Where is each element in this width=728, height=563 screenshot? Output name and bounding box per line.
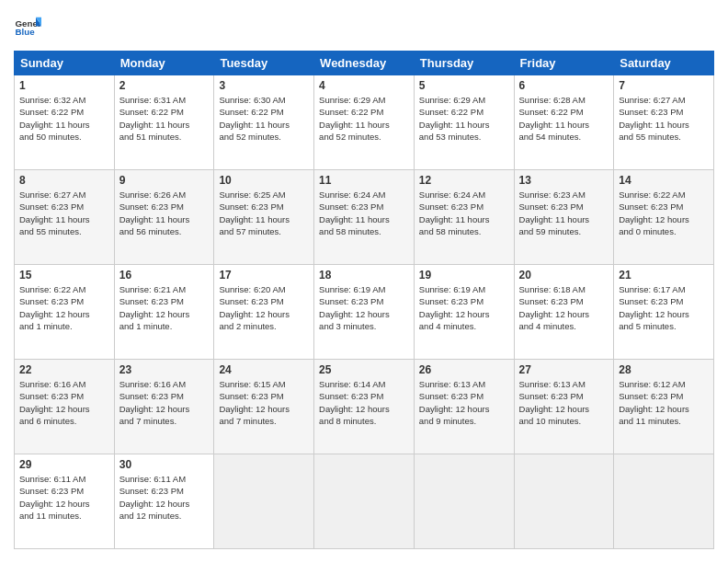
page: General Blue SundayMondayTuesdayWednesda… bbox=[0, 0, 728, 563]
day-number: 20 bbox=[519, 269, 609, 282]
calendar-cell: 22Sunrise: 6:16 AM Sunset: 6:23 PM Dayli… bbox=[15, 360, 115, 454]
weekday-monday: Monday bbox=[114, 52, 214, 75]
calendar-cell: 17Sunrise: 6:20 AM Sunset: 6:23 PM Dayli… bbox=[214, 265, 314, 360]
day-info: Sunrise: 6:31 AM Sunset: 6:22 PM Dayligh… bbox=[119, 94, 210, 143]
day-info: Sunrise: 6:18 AM Sunset: 6:23 PM Dayligh… bbox=[519, 283, 609, 332]
day-info: Sunrise: 6:24 AM Sunset: 6:23 PM Dayligh… bbox=[319, 189, 409, 237]
day-number: 3 bbox=[219, 79, 309, 92]
day-number: 29 bbox=[19, 458, 109, 471]
weekday-tuesday: Tuesday bbox=[214, 52, 314, 75]
day-number: 13 bbox=[519, 174, 609, 187]
logo: General Blue bbox=[14, 14, 43, 41]
day-number: 4 bbox=[319, 79, 409, 92]
day-info: Sunrise: 6:13 AM Sunset: 6:23 PM Dayligh… bbox=[519, 378, 609, 427]
day-info: Sunrise: 6:14 AM Sunset: 6:23 PM Dayligh… bbox=[319, 378, 409, 427]
calendar-cell bbox=[214, 454, 314, 549]
day-number: 9 bbox=[119, 174, 210, 187]
calendar-cell: 16Sunrise: 6:21 AM Sunset: 6:23 PM Dayli… bbox=[114, 265, 214, 360]
calendar-cell: 11Sunrise: 6:24 AM Sunset: 6:23 PM Dayli… bbox=[314, 170, 415, 265]
day-info: Sunrise: 6:27 AM Sunset: 6:23 PM Dayligh… bbox=[19, 189, 109, 237]
day-number: 12 bbox=[419, 174, 509, 187]
calendar-cell: 6Sunrise: 6:28 AM Sunset: 6:22 PM Daylig… bbox=[514, 75, 614, 170]
weekday-header-row: SundayMondayTuesdayWednesdayThursdayFrid… bbox=[15, 52, 714, 75]
day-number: 10 bbox=[219, 174, 309, 187]
day-info: Sunrise: 6:24 AM Sunset: 6:23 PM Dayligh… bbox=[419, 189, 509, 237]
day-info: Sunrise: 6:27 AM Sunset: 6:23 PM Dayligh… bbox=[619, 94, 709, 143]
calendar-week-2: 8Sunrise: 6:27 AM Sunset: 6:23 PM Daylig… bbox=[15, 170, 714, 265]
day-number: 16 bbox=[119, 269, 210, 282]
weekday-saturday: Saturday bbox=[614, 52, 714, 75]
day-info: Sunrise: 6:13 AM Sunset: 6:23 PM Dayligh… bbox=[419, 378, 509, 427]
day-number: 7 bbox=[619, 79, 709, 92]
day-info: Sunrise: 6:19 AM Sunset: 6:23 PM Dayligh… bbox=[319, 283, 409, 332]
calendar-week-4: 22Sunrise: 6:16 AM Sunset: 6:23 PM Dayli… bbox=[15, 360, 714, 454]
calendar-cell bbox=[314, 454, 415, 549]
calendar-cell: 3Sunrise: 6:30 AM Sunset: 6:22 PM Daylig… bbox=[214, 75, 314, 170]
calendar-cell: 30Sunrise: 6:11 AM Sunset: 6:23 PM Dayli… bbox=[114, 454, 214, 549]
day-info: Sunrise: 6:16 AM Sunset: 6:23 PM Dayligh… bbox=[119, 378, 210, 427]
calendar-cell: 14Sunrise: 6:22 AM Sunset: 6:23 PM Dayli… bbox=[614, 170, 714, 265]
day-info: Sunrise: 6:29 AM Sunset: 6:22 PM Dayligh… bbox=[319, 94, 409, 143]
calendar-cell: 5Sunrise: 6:29 AM Sunset: 6:22 PM Daylig… bbox=[414, 75, 514, 170]
calendar-cell: 1Sunrise: 6:32 AM Sunset: 6:22 PM Daylig… bbox=[15, 75, 115, 170]
calendar-body: 1Sunrise: 6:32 AM Sunset: 6:22 PM Daylig… bbox=[15, 75, 714, 549]
calendar-cell: 4Sunrise: 6:29 AM Sunset: 6:22 PM Daylig… bbox=[314, 75, 415, 170]
calendar-cell: 13Sunrise: 6:23 AM Sunset: 6:23 PM Dayli… bbox=[514, 170, 614, 265]
calendar-cell: 9Sunrise: 6:26 AM Sunset: 6:23 PM Daylig… bbox=[114, 170, 214, 265]
weekday-thursday: Thursday bbox=[414, 52, 514, 75]
day-number: 17 bbox=[219, 269, 309, 282]
day-number: 25 bbox=[319, 363, 409, 376]
weekday-wednesday: Wednesday bbox=[314, 52, 415, 75]
day-info: Sunrise: 6:20 AM Sunset: 6:23 PM Dayligh… bbox=[219, 283, 309, 332]
day-info: Sunrise: 6:23 AM Sunset: 6:23 PM Dayligh… bbox=[519, 189, 609, 237]
day-info: Sunrise: 6:30 AM Sunset: 6:22 PM Dayligh… bbox=[219, 94, 309, 143]
day-number: 27 bbox=[519, 363, 609, 376]
calendar-cell: 23Sunrise: 6:16 AM Sunset: 6:23 PM Dayli… bbox=[114, 360, 214, 454]
calendar-cell: 26Sunrise: 6:13 AM Sunset: 6:23 PM Dayli… bbox=[414, 360, 514, 454]
day-info: Sunrise: 6:26 AM Sunset: 6:23 PM Dayligh… bbox=[119, 189, 210, 237]
calendar-week-3: 15Sunrise: 6:22 AM Sunset: 6:23 PM Dayli… bbox=[15, 265, 714, 360]
day-number: 5 bbox=[419, 79, 509, 92]
calendar-cell: 20Sunrise: 6:18 AM Sunset: 6:23 PM Dayli… bbox=[514, 265, 614, 360]
calendar-week-1: 1Sunrise: 6:32 AM Sunset: 6:22 PM Daylig… bbox=[15, 75, 714, 170]
day-info: Sunrise: 6:25 AM Sunset: 6:23 PM Dayligh… bbox=[219, 189, 309, 237]
day-number: 14 bbox=[619, 174, 709, 187]
calendar-cell: 8Sunrise: 6:27 AM Sunset: 6:23 PM Daylig… bbox=[15, 170, 115, 265]
weekday-sunday: Sunday bbox=[15, 52, 115, 75]
calendar-cell: 27Sunrise: 6:13 AM Sunset: 6:23 PM Dayli… bbox=[514, 360, 614, 454]
calendar-cell: 24Sunrise: 6:15 AM Sunset: 6:23 PM Dayli… bbox=[214, 360, 314, 454]
day-info: Sunrise: 6:22 AM Sunset: 6:23 PM Dayligh… bbox=[19, 283, 109, 332]
day-number: 11 bbox=[319, 174, 409, 187]
day-number: 19 bbox=[419, 269, 509, 282]
calendar-table: SundayMondayTuesdayWednesdayThursdayFrid… bbox=[14, 51, 714, 549]
day-number: 1 bbox=[19, 79, 109, 92]
day-info: Sunrise: 6:22 AM Sunset: 6:23 PM Dayligh… bbox=[619, 189, 709, 237]
day-info: Sunrise: 6:19 AM Sunset: 6:23 PM Dayligh… bbox=[419, 283, 509, 332]
general-blue-icon: General Blue bbox=[14, 14, 41, 41]
calendar-cell: 19Sunrise: 6:19 AM Sunset: 6:23 PM Dayli… bbox=[414, 265, 514, 360]
day-number: 24 bbox=[219, 363, 309, 376]
weekday-friday: Friday bbox=[514, 52, 614, 75]
day-number: 21 bbox=[619, 269, 709, 282]
calendar-cell: 21Sunrise: 6:17 AM Sunset: 6:23 PM Dayli… bbox=[614, 265, 714, 360]
calendar-cell: 12Sunrise: 6:24 AM Sunset: 6:23 PM Dayli… bbox=[414, 170, 514, 265]
day-number: 15 bbox=[19, 269, 109, 282]
calendar-cell bbox=[414, 454, 514, 549]
day-info: Sunrise: 6:11 AM Sunset: 6:23 PM Dayligh… bbox=[119, 473, 210, 522]
calendar-cell: 25Sunrise: 6:14 AM Sunset: 6:23 PM Dayli… bbox=[314, 360, 415, 454]
day-number: 6 bbox=[519, 79, 609, 92]
day-number: 2 bbox=[119, 79, 210, 92]
day-info: Sunrise: 6:16 AM Sunset: 6:23 PM Dayligh… bbox=[19, 378, 109, 427]
day-number: 26 bbox=[419, 363, 509, 376]
day-info: Sunrise: 6:11 AM Sunset: 6:23 PM Dayligh… bbox=[19, 473, 109, 522]
day-number: 18 bbox=[319, 269, 409, 282]
calendar-cell: 10Sunrise: 6:25 AM Sunset: 6:23 PM Dayli… bbox=[214, 170, 314, 265]
day-info: Sunrise: 6:15 AM Sunset: 6:23 PM Dayligh… bbox=[219, 378, 309, 427]
calendar-cell: 28Sunrise: 6:12 AM Sunset: 6:23 PM Dayli… bbox=[614, 360, 714, 454]
calendar-cell: 2Sunrise: 6:31 AM Sunset: 6:22 PM Daylig… bbox=[114, 75, 214, 170]
day-info: Sunrise: 6:21 AM Sunset: 6:23 PM Dayligh… bbox=[119, 283, 210, 332]
day-number: 22 bbox=[19, 363, 109, 376]
calendar-cell: 18Sunrise: 6:19 AM Sunset: 6:23 PM Dayli… bbox=[314, 265, 415, 360]
day-info: Sunrise: 6:28 AM Sunset: 6:22 PM Dayligh… bbox=[519, 94, 609, 143]
day-info: Sunrise: 6:12 AM Sunset: 6:23 PM Dayligh… bbox=[619, 378, 709, 427]
